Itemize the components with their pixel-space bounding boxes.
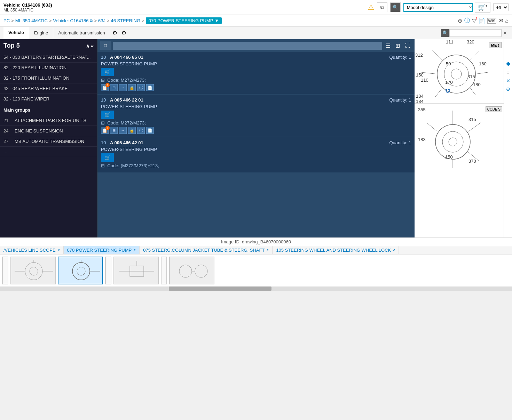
scroll-thumb[interactable]	[169, 286, 271, 291]
sidebar-main-item-0[interactable]: 21 ATTACHMENT PARTS FOR UNITS	[0, 115, 97, 126]
svg-text:312: 312	[415, 52, 423, 58]
list-view-btn[interactable]: ☰	[384, 42, 392, 50]
part-1-icon-2[interactable]: ⊞	[110, 127, 118, 134]
thumb-label-1[interactable]: 070 POWER STEERING PUMP ↗	[64, 246, 140, 254]
part-0-icon-3[interactable]: →	[119, 84, 127, 91]
table-icon-0: ⊞	[101, 78, 105, 83]
zoom-in-icon[interactable]: ⊕	[458, 17, 462, 24]
sidebar-item-top5-3[interactable]: 42 - 045 REAR WHEEL BRAKE	[0, 83, 97, 94]
part-1-icon-5[interactable]: ⓘ	[137, 127, 145, 134]
thumb-item-0[interactable]	[10, 257, 56, 284]
svg-line-4	[470, 51, 479, 60]
rs-icon-1[interactable]: ◆	[506, 60, 510, 67]
cart-add-btn-1[interactable]: 🛒	[101, 111, 114, 119]
sidebar-main-item-2[interactable]: 27 MB AUTOMATIC TRANSMISSION	[0, 136, 97, 147]
cart-add-btn-0[interactable]: 🛒	[101, 68, 114, 76]
info-icon[interactable]: ⓘ	[464, 17, 470, 24]
part-1-icon-6[interactable]: 📄	[146, 127, 154, 134]
tab-vehicle[interactable]: Vehicle	[3, 27, 29, 39]
doc-icon[interactable]: 📄	[478, 17, 485, 24]
thumb-item-2[interactable]	[113, 257, 159, 284]
ext-icon-2: ↗	[266, 248, 269, 252]
language-select[interactable]: en de fr	[493, 3, 509, 11]
tab-search-button[interactable]: 🔍	[441, 29, 449, 37]
ext-icon-1: ↗	[133, 248, 136, 252]
vehicle-info: Vehicle: C164186 (63J) ML 350 4MATIC	[3, 2, 52, 13]
tab-search-area: 🔍 ✕	[441, 29, 509, 37]
diagram-svg-upper: 111 312 320 160 50 315 110 170 150 180 1…	[415, 39, 498, 104]
rs-icon-3[interactable]: ✕	[506, 78, 510, 83]
expand-view-btn[interactable]: ⛶	[403, 42, 412, 49]
breadcrumb-pc[interactable]: PC	[3, 18, 10, 23]
part-row-0: 10 A 004 466 85 01 Quantity: 1 POWER-STE…	[97, 52, 415, 95]
part-0-icon-2[interactable]: ⊞	[110, 84, 118, 91]
svg-point-24	[442, 131, 463, 152]
part-1-icons: 📋 1 ⊞ → 🔒 ⓘ 📄	[101, 127, 411, 134]
svg-point-48	[179, 265, 192, 277]
thumb-label-2[interactable]: 075 STEERG.COLUMN JACKET TUBE & STEERG. …	[140, 246, 273, 254]
double-left-icon[interactable]: «	[91, 43, 94, 49]
copy-button[interactable]: ⧉	[377, 2, 387, 12]
part-1-icon-4[interactable]: 🔒	[128, 127, 136, 134]
tab-engine[interactable]: Engine	[29, 27, 53, 38]
breadcrumb-dropdown-icon[interactable]: ▼	[214, 18, 219, 23]
svg-text:50: 50	[446, 61, 451, 66]
breadcrumb-46steering[interactable]: 46 STEERING	[111, 18, 141, 23]
thumb-item-gap2	[161, 257, 167, 284]
image-id-bar: Image ID: drawing_B46070000060	[0, 237, 512, 246]
parts-list: 10 A 004 466 85 01 Quantity: 1 POWER-STE…	[97, 52, 415, 237]
rs-icon-4[interactable]: ⊖	[506, 86, 510, 92]
tab-automatic-transmission[interactable]: Automatic transmission	[53, 27, 110, 38]
cart-add-btn-2[interactable]: 🛒	[101, 153, 114, 162]
part-0-icon-4[interactable]: 🔒	[128, 84, 136, 91]
settings-icon[interactable]: ⚙	[110, 27, 119, 39]
thumb-item-3[interactable]	[169, 257, 214, 284]
ext-icon-0: ↗	[57, 248, 60, 252]
home-icon[interactable]: ⌂	[505, 18, 509, 24]
model-design-clear[interactable]: ✕	[469, 5, 472, 10]
part-1-badge-icon[interactable]: 📋 1	[101, 127, 109, 134]
image-id-text: Image ID: drawing_B46070000060	[221, 239, 291, 244]
toolbar-checkbox[interactable]: ☐	[100, 41, 111, 50]
thumb-item-1[interactable]	[58, 257, 103, 284]
sidebar-item-top5-4[interactable]: 82 - 120 PANE WIPER	[0, 94, 97, 104]
right-sidebar-icons: ◆ ○ ✕ ⊖	[504, 39, 512, 237]
breadcrumb-63j[interactable]: 63J	[98, 18, 105, 23]
diagram-lower: CODE S 355 315 150 370 183	[415, 104, 512, 173]
main-groups-header: Main groups	[0, 104, 97, 115]
breadcrumb-vehicle[interactable]: Vehicle: C164186	[53, 18, 88, 23]
parts-search-input[interactable]	[113, 42, 382, 50]
part-1-icon-3[interactable]: →	[119, 127, 127, 134]
breadcrumb-ml350[interactable]: ML 350 4MATIC	[15, 18, 48, 23]
breadcrumb-current[interactable]: 070 POWER STEERING PUMP ▼	[146, 17, 222, 24]
part-0-icon-5[interactable]: ⓘ	[137, 84, 145, 91]
wis-icon[interactable]: WIS	[487, 18, 497, 24]
filter-icon[interactable]: ▽ 1	[472, 17, 476, 24]
vehicle-copy-icon[interactable]: ⧉	[90, 18, 93, 23]
part-0-badge-icon[interactable]: 📋 1	[101, 84, 109, 91]
thumb-label-3[interactable]: 105 STEERING WHEEL AND STEERING WHEEL LO…	[273, 246, 399, 254]
horizontal-scrollbar[interactable]	[0, 286, 512, 291]
mail-icon[interactable]: ✉	[498, 17, 503, 24]
thumb-label-0[interactable]: /VEHICLES LINE SCOPE ↗	[0, 246, 64, 254]
sidebar-main-item-1[interactable]: 24 ENGINE SUSPENSION	[0, 126, 97, 136]
svg-text:110: 110	[421, 78, 428, 83]
top-bar: Vehicle: C164186 (63J) ML 350 4MATIC ⚠ ⧉…	[0, 0, 512, 15]
svg-text:183: 183	[418, 137, 426, 142]
tab-extra-icon[interactable]: ⚙	[119, 27, 128, 39]
rs-icon-2[interactable]: ○	[506, 70, 509, 75]
grid-view-btn[interactable]: ⊞	[394, 42, 401, 50]
tab-search-clear[interactable]: ✕	[502, 29, 509, 37]
thumb-item-prev[interactable]	[2, 257, 8, 284]
sidebar-item-top5-2[interactable]: 82 - 175 FRONT ILLUMINATION	[0, 73, 97, 83]
tab-search-input[interactable]	[449, 29, 502, 37]
search-button[interactable]: 🔍	[390, 2, 401, 12]
part-0-icon-6[interactable]: 📄	[146, 84, 154, 91]
sidebar-item-top5-1[interactable]: 82 - 220 REAR ILLUMINATION	[0, 63, 97, 73]
warning-icon[interactable]: ⚠	[368, 3, 374, 11]
sidebar-item-top5-0[interactable]: 54 - 030 BATTERY,STARTER/ALTERNAT...	[0, 52, 97, 63]
collapse-icon[interactable]: ∧	[86, 43, 89, 49]
sidebar-main-item-more[interactable]: ...	[0, 147, 97, 157]
model-design-input[interactable]	[403, 3, 473, 12]
cart-button[interactable]: 🛒+	[475, 2, 490, 13]
